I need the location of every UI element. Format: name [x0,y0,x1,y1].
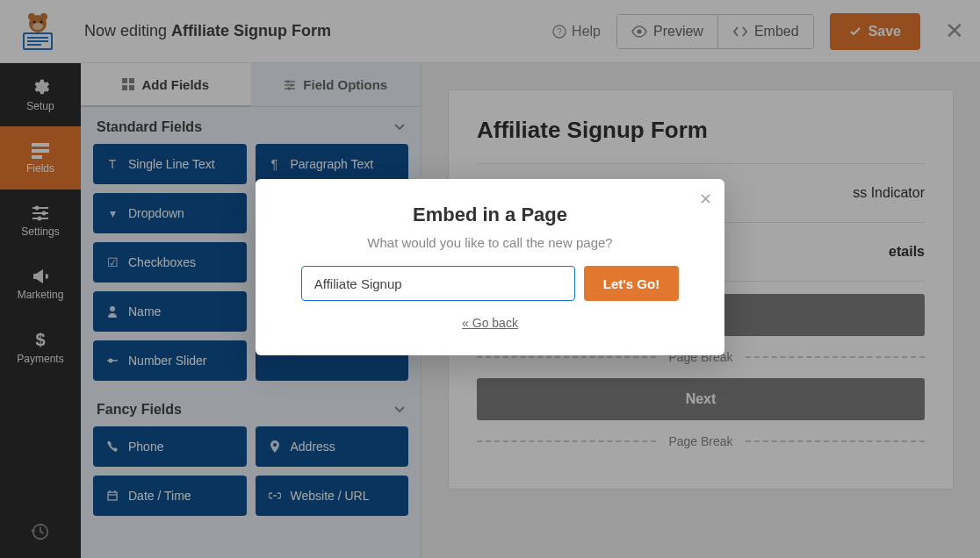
page-name-input[interactable] [301,266,575,301]
modal-overlay[interactable]: ✕ Embed in a Page What would you like to… [0,0,980,558]
go-back-link[interactable]: « Go back [462,316,518,330]
embed-modal: ✕ Embed in a Page What would you like to… [256,179,724,355]
modal-title: Embed in a Page [282,204,698,226]
modal-form-row: Let's Go! [282,266,698,301]
modal-close-icon[interactable]: ✕ [699,190,712,209]
modal-subtitle: What would you like to call the new page… [282,235,698,250]
lets-go-button[interactable]: Let's Go! [584,266,679,301]
